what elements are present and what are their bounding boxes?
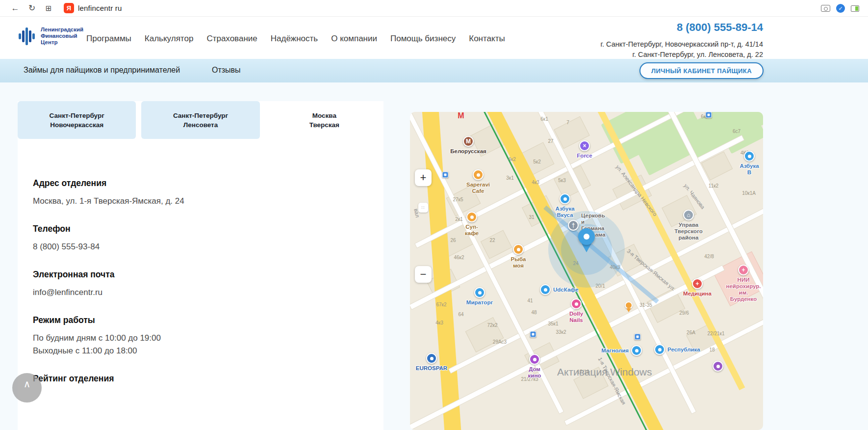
secondary-nav-bar: Займы для пайщиков и предпринимателей От… <box>0 59 868 82</box>
nav-link-zaymy[interactable]: Займы для пайщиков и предпринимателей <box>24 66 180 75</box>
scroll-to-top-button[interactable]: ∧ <box>12 373 42 403</box>
poi-label-nii-burdenko: НИИ нейрохирур. им. Бурденко <box>726 277 761 302</box>
sup-cafe-icon <box>466 212 477 222</box>
tab-spb-lensoveta[interactable]: Санкт-ПетербургЛенсовета <box>141 101 259 139</box>
nav-item-pomosch-biznesu[interactable]: Помощь бизнесу <box>390 34 456 44</box>
dom-kino-icon <box>529 354 540 365</box>
windows-activation-watermark: Активация Windows <box>557 366 652 378</box>
zoom-in-button[interactable]: + <box>415 169 432 186</box>
map-drag-handle[interactable]: ∷ <box>418 203 428 213</box>
office-section-address: Адрес отделенияМосква, ул. 1-я Тверская-… <box>33 178 364 208</box>
office-value-email[interactable]: info@lenfincentr.ru <box>33 286 364 299</box>
nav-item-kontakty[interactable]: Контакты <box>469 34 505 44</box>
main-nav: ПрограммыКалькуляторСтрахованиеНадёжност… <box>86 34 505 44</box>
poi-inner-dot <box>517 248 520 251</box>
office-label-hours: Режим работы <box>33 315 364 325</box>
poi-label-dom-kino: Дом кино <box>528 366 541 379</box>
poi-inner-dot <box>635 349 638 352</box>
poi-label-dolly-nails: Dolly Nails <box>569 311 583 323</box>
tab-label-line1: Санкт-Петербург <box>173 111 228 120</box>
poi-label-eurospar: EUROSPAR <box>416 365 447 372</box>
poi-label-azbuka-v: Азбука В <box>740 163 759 176</box>
office-details: Адрес отделенияМосква, ул. 1-я Тверская-… <box>18 139 383 384</box>
zoom-out-button[interactable]: − <box>415 266 432 283</box>
magnoliya-icon <box>631 345 642 356</box>
nav-item-nadezhnost[interactable]: Надёжность <box>271 34 318 44</box>
address-bar[interactable]: lenfincentr ru <box>78 4 122 12</box>
map[interactable]: 6к176к26с7274к25к23к14к35к34КД11к210к1А2… <box>410 112 763 430</box>
azbuka-vkusa-icon <box>560 193 570 204</box>
personal-cabinet-button[interactable]: ЛИЧНЫЙ КАБИНЕТ ПАЙЩИКА <box>639 62 764 79</box>
poi-inner-dot <box>430 357 434 360</box>
poi-label-respublika: Республика <box>667 347 700 353</box>
tab-moskva-tverskaya[interactable]: МоскваТверская <box>265 101 383 139</box>
refresh-icon[interactable]: ↻ <box>24 2 40 14</box>
poi-inner-dot <box>533 358 536 361</box>
office-tabs: Санкт-ПетербургНовочеркасскаяСанкт-Петер… <box>18 101 383 139</box>
purple-spot-icon <box>713 361 723 372</box>
nav-item-o-kompanii[interactable]: О компании <box>331 34 377 44</box>
office-value-address: Москва, ул. 1-я Тверская-Ямская, д. 24 <box>33 195 364 208</box>
nav-link-otzyvy[interactable]: Отзывы <box>212 66 241 75</box>
poi-label-medicina: Медицина <box>683 291 712 297</box>
office-section-rating: Рейтинг отделения <box>33 374 364 384</box>
office-label-address: Адрес отделения <box>33 178 364 188</box>
poi-inner-dot <box>716 365 720 368</box>
poi-inner-dot <box>478 291 482 295</box>
extension-icon[interactable] <box>851 5 859 12</box>
office-value-hours: По будним дням с 10:00 до 19:00 <box>33 332 364 345</box>
office-label-rating: Рейтинг отделения <box>33 374 364 384</box>
office-section-hours: Режим работыПо будним дням с 10:00 до 19… <box>33 315 364 357</box>
office-label-phone: Телефон <box>33 224 364 234</box>
map-poi-layer: ММБелорусскаяSaperavi CafeСуп-кафеАзбука… <box>410 112 763 430</box>
tab-label-line2: Ленсовета <box>183 120 218 130</box>
miratorg-icon <box>474 287 485 298</box>
nav-item-strahovanie[interactable]: Страхование <box>206 34 257 44</box>
office-section-phone: Телефон8 (800) 555-93-84 <box>33 224 364 253</box>
poi-label-miratorg: Мираторг <box>466 299 493 306</box>
poi-label-force: Force <box>577 153 592 159</box>
poi-label-magnoliya: Магнолия <box>601 348 629 354</box>
poi-label-saperavi-cafe: Saperavi Cafe <box>466 182 490 194</box>
poi-label-belorusskaya-metro: Белорусская <box>450 148 486 155</box>
office-value-phone[interactable]: 8 (800) 555-93-84 <box>33 241 364 253</box>
back-icon[interactable]: ← <box>7 2 24 14</box>
tab-label-line1: Москва <box>312 111 336 120</box>
metro-m-sign-icon: М <box>458 112 464 120</box>
belorusskaya-metro-icon: М <box>463 136 474 147</box>
dolly-nails-icon <box>571 298 582 309</box>
header-address-1: г. Санкт-Петербург, Новочеркасский пр-т,… <box>600 39 763 50</box>
header-address-2: г. Санкт-Петербург, ул. Ленсовета, д. 22 <box>600 50 763 60</box>
logo-text: Ленинградский Финансовый Центр <box>41 27 83 46</box>
company-logo[interactable]: Ленинградский Финансовый Центр <box>18 26 83 46</box>
poi-label-ryba-moya: Рыба моя <box>511 256 526 269</box>
nav-item-programmy[interactable]: Программы <box>86 34 131 44</box>
poi-label-uprava-tverskogo: Управа Тверского района <box>674 222 703 241</box>
yandex-favicon: Я <box>64 3 74 13</box>
tab-spb-novocherkasskaya[interactable]: Санкт-ПетербургНовочеркасская <box>18 101 136 139</box>
header-contacts: 8 (800) 555-89-14 г. Санкт-Петербург, Но… <box>600 21 763 60</box>
tabs-grid-icon[interactable]: ⊞ <box>40 2 57 14</box>
tab-label-line1: Санкт-Петербург <box>50 111 104 120</box>
uprava-tverskogo-icon: ⌂ <box>683 210 694 220</box>
poi-label-sup-cafe: Суп-кафе <box>465 224 479 237</box>
office-label-email: Электронная почта <box>33 269 364 280</box>
nav-item-kalkulyator[interactable]: Калькулятор <box>145 34 194 44</box>
poi-inner-dot <box>470 215 474 219</box>
screenshot-icon[interactable] <box>821 5 830 12</box>
medicina-icon: + <box>692 278 703 289</box>
force-icon: × <box>579 140 590 151</box>
poi-inner-dot <box>575 302 578 306</box>
poi-label-udc-cafe: UdcКафе <box>553 287 579 293</box>
poi-inner-dot <box>544 288 547 292</box>
orange-pin-icon-tail <box>626 308 631 312</box>
respublika-icon <box>654 344 665 355</box>
poi-label-azbuka-vkusa: Азбука Вкуса <box>555 206 574 218</box>
office-info-card: Санкт-ПетербургНовочеркасскаяСанкт-Петер… <box>18 101 383 430</box>
protect-shield-icon[interactable]: ✓ <box>836 4 845 13</box>
office-location-pin-head[interactable] <box>578 228 595 245</box>
site-header: Ленинградский Финансовый Центр Программы… <box>0 17 868 59</box>
poi-inner-dot <box>658 348 662 351</box>
ryba-moya-icon <box>513 244 524 255</box>
header-phone[interactable]: 8 (800) 555-89-14 <box>600 21 763 34</box>
